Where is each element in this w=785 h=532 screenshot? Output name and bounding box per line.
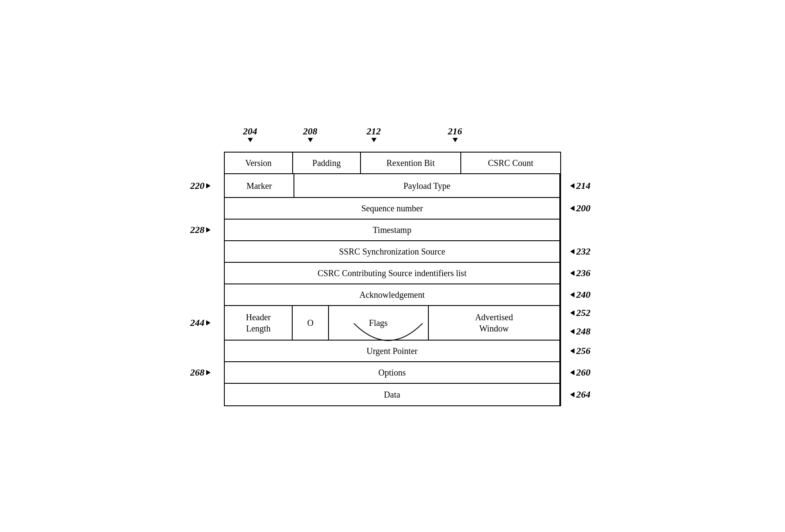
label-256: 256 [576,345,590,357]
label-200: 200 [576,203,590,214]
label-268: 268 [190,367,204,378]
right-label-214: 214 [570,180,590,191]
arrow-left-236 [570,271,574,276]
cell-ssrc: SSRC Synchronization Source [225,241,560,262]
table-row-8: Header Length O Flags Advertised Window … [225,306,560,341]
cell-marker: Marker [225,174,294,197]
cell-header-length: Header Length [225,306,293,340]
cell-rexention: Rexention Bit [361,153,461,173]
label-264: 264 [576,389,590,400]
right-label-252: 252 [570,307,590,319]
cell-o: O [293,306,329,340]
label-236: 236 [576,268,590,279]
arrow-left-248 [570,329,574,334]
right-label-200: 200 [570,203,590,214]
label-244: 244 [190,317,204,328]
label-216-text: 216 [448,126,462,137]
diagram-wrapper: 204 208 212 216 Version Padding Rexentio… [224,126,561,406]
table-row-11: Data 264 [225,384,560,405]
right-label-232: 232 [570,246,590,257]
top-labels: 204 208 212 216 [224,126,561,152]
arrow-right-220 [206,183,211,188]
label-228: 228 [190,224,204,236]
right-label-256: 256 [570,345,590,357]
table-row-2: Marker Payload Type 214 220 [225,174,560,198]
right-label-236: 236 [570,268,590,279]
label-212-text: 212 [367,126,381,137]
cell-sequence: Sequence number [225,198,560,219]
right-label-240: 240 [570,289,590,300]
label-248: 248 [576,326,590,337]
cell-payload-type: Payload Type [294,174,560,197]
cell-urgent-pointer: Urgent Pointer [225,341,560,361]
table-row-1: Version Padding Rexention Bit CSRC Count [225,153,560,174]
label-208-arrow [308,138,313,142]
cell-timestamp: Timestamp [225,220,560,240]
arrow-left-260 [570,370,574,375]
arrow-left-256 [570,348,574,354]
arrow-right-228 [206,227,211,233]
left-label-228: 228 [190,224,211,236]
label-240: 240 [576,289,590,300]
table-row-7: Acknowledgement 240 [225,284,560,306]
arrow-right-268 [206,370,211,375]
label-204-text: 204 [243,126,257,137]
cell-csrc-list: CSRC Contributing Source indentifiers li… [225,263,560,284]
label-216-arrow [453,138,458,142]
top-label-212: 212 [367,126,381,142]
top-label-208: 208 [303,126,317,142]
right-label-248: 248 [570,326,590,337]
label-214: 214 [576,180,590,191]
cell-options: Options [225,362,560,383]
arrow-left-214 [570,183,574,188]
table-row-5: SSRC Synchronization Source 232 [225,241,560,263]
cell-version: Version [225,153,293,173]
cell-padding: Padding [293,153,361,173]
label-260: 260 [576,367,590,378]
table-row-10: Options 260 268 [225,362,560,384]
table-row-3: Sequence number 200 [225,198,560,220]
top-label-216: 216 [448,126,462,142]
arrow-left-252 [570,310,574,315]
left-label-244: 244 [190,317,211,328]
cell-advertised-window: Advertised Window [429,306,560,340]
packet-table: Version Padding Rexention Bit CSRC Count… [224,152,561,406]
label-232: 232 [576,246,590,257]
table-row-9: Urgent Pointer 256 [225,341,560,362]
cell-data: Data [225,384,560,405]
label-208-text: 208 [303,126,317,137]
cell-flags: Flags [329,306,429,340]
table-row-4: Timestamp 228 [225,220,560,241]
cell-csrc-count: CSRC Count [461,153,560,173]
arrow-left-232 [570,249,574,254]
label-252: 252 [576,307,590,319]
top-label-204: 204 [243,126,257,142]
right-label-264: 264 [570,389,590,400]
right-label-260: 260 [570,367,590,378]
arrow-right-244 [206,320,211,325]
label-220: 220 [190,180,204,191]
arrow-left-264 [570,392,574,397]
left-label-268: 268 [190,367,211,378]
arrow-left-240 [570,292,574,297]
table-row-6: CSRC Contributing Source indentifiers li… [225,263,560,284]
left-label-220: 220 [190,180,211,191]
cell-acknowledgement: Acknowledgement [225,284,560,305]
arrow-left-200 [570,206,574,211]
label-204-arrow [248,138,253,142]
label-212-arrow [371,138,377,142]
